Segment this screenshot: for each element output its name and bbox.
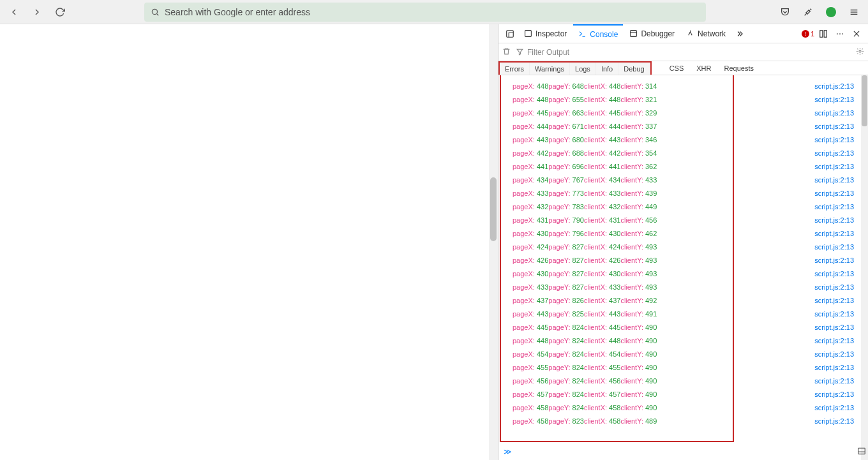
scrollbar-thumb[interactable] — [490, 177, 497, 241]
source-link[interactable]: script.js:2:13 — [814, 350, 854, 358]
source-link[interactable]: script.js:2:13 — [814, 323, 854, 331]
console-log-line: pageX: 433 pageY: 827 clientX: 433 clien… — [498, 280, 868, 293]
cat-debug[interactable]: Debug — [618, 63, 650, 75]
console-settings-icon[interactable] — [856, 47, 864, 57]
console-log-line: pageX: 441 pageY: 696 clientX: 441 clien… — [498, 160, 868, 173]
tab-inspector-label: Inspector — [535, 29, 567, 38]
svg-rect-5 — [525, 31, 532, 37]
svg-point-13 — [842, 33, 843, 34]
split-console-icon[interactable] — [855, 445, 868, 457]
tab-console[interactable]: Console — [573, 24, 623, 43]
console-log-line: pageX: 448 pageY: 648 clientX: 448 clien… — [498, 79, 868, 93]
filter-output-input[interactable]: Filter Output — [516, 48, 643, 57]
console-log-line: pageX: 443 pageY: 825 clientX: 443 clien… — [498, 307, 868, 320]
source-link[interactable]: script.js:2:13 — [814, 82, 854, 90]
inspector-icon — [524, 29, 532, 38]
console-log-line: pageX: 430 pageY: 827 clientX: 430 clien… — [498, 267, 868, 280]
source-link[interactable]: script.js:2:13 — [814, 203, 854, 211]
svg-point-12 — [839, 33, 841, 34]
devtools-icon[interactable] — [799, 3, 817, 21]
console-log-line: pageX: 448 pageY: 655 clientX: 448 clien… — [498, 93, 868, 106]
cat-errors[interactable]: Errors — [500, 63, 530, 75]
source-link[interactable]: script.js:2:13 — [814, 189, 854, 197]
page-scrollbar[interactable] — [489, 24, 498, 460]
devtools-panel: Inspector Console Debugger Network ! 1 — [498, 24, 868, 460]
cat-requests[interactable]: Requests — [718, 61, 760, 75]
address-bar-placeholder: Search with Google or enter address — [165, 7, 310, 17]
error-count-badge[interactable]: ! 1 — [802, 30, 814, 38]
source-link[interactable]: script.js:2:13 — [814, 149, 854, 157]
search-icon — [151, 8, 160, 17]
forward-button[interactable] — [28, 3, 46, 21]
console-log-line: pageX: 458 pageY: 824 clientX: 458 clien… — [498, 401, 868, 414]
svg-point-0 — [152, 9, 157, 14]
source-link[interactable]: script.js:2:13 — [814, 283, 854, 291]
console-prompt[interactable]: ≫ — [504, 447, 512, 456]
console-log-line: pageX: 432 pageY: 783 clientX: 432 clien… — [498, 200, 868, 213]
reload-button[interactable] — [51, 3, 69, 21]
console-log-line: pageX: 430 pageY: 796 clientX: 430 clien… — [498, 226, 868, 240]
tab-inspector[interactable]: Inspector — [519, 24, 572, 43]
source-link[interactable]: script.js:2:13 — [814, 404, 854, 412]
console-log-line: pageX: 443 pageY: 680 clientX: 443 clien… — [498, 133, 868, 146]
dock-mode-icon[interactable] — [816, 26, 831, 41]
source-link[interactable]: script.js:2:13 — [814, 243, 854, 251]
source-link[interactable]: script.js:2:13 — [814, 310, 854, 318]
menu-icon[interactable] — [845, 3, 863, 21]
source-link[interactable]: script.js:2:13 — [814, 364, 854, 371]
source-link[interactable]: script.js:2:13 — [814, 136, 854, 144]
source-link[interactable]: script.js:2:13 — [814, 297, 854, 304]
source-link[interactable]: script.js:2:13 — [814, 256, 854, 264]
console-category-bar: Errors Warnings Logs Info Debug CSS XHR … — [498, 61, 868, 75]
cat-warnings[interactable]: Warnings — [530, 63, 570, 75]
svg-rect-10 — [824, 30, 827, 37]
source-link[interactable]: script.js:2:13 — [814, 122, 854, 130]
cat-xhr[interactable]: XHR — [690, 61, 717, 75]
console-log-area: pageX: 448 pageY: 648 clientX: 448 clien… — [498, 75, 868, 460]
source-link[interactable]: script.js:2:13 — [814, 109, 854, 117]
console-scrollbar-thumb[interactable] — [862, 75, 867, 126]
cat-css[interactable]: CSS — [663, 61, 691, 75]
source-link[interactable]: script.js:2:13 — [814, 216, 854, 224]
tab-debugger[interactable]: Debugger — [624, 24, 680, 43]
back-button[interactable] — [5, 3, 23, 21]
profile-icon[interactable] — [822, 3, 840, 21]
iframe-picker-icon[interactable] — [502, 26, 518, 41]
console-log-line: pageX: 445 pageY: 663 clientX: 445 clien… — [498, 106, 868, 119]
pocket-icon[interactable] — [776, 3, 794, 21]
console-log-line: pageX: 437 pageY: 826 clientX: 437 clien… — [498, 293, 868, 307]
console-icon — [578, 30, 587, 38]
browser-toolbar: Search with Google or enter address — [0, 0, 868, 24]
kebab-menu-icon[interactable] — [832, 26, 848, 41]
console-log-line: pageX: 454 pageY: 824 clientX: 454 clien… — [498, 347, 868, 360]
svg-rect-17 — [858, 448, 865, 454]
console-log-line: pageX: 431 pageY: 790 clientX: 431 clien… — [498, 213, 868, 226]
address-bar[interactable]: Search with Google or enter address — [144, 3, 706, 22]
console-filterbar: Filter Output — [498, 43, 868, 61]
filter-placeholder-label: Filter Output — [527, 48, 569, 57]
source-link[interactable]: script.js:2:13 — [814, 417, 854, 425]
console-log-line: pageX: 456 pageY: 824 clientX: 456 clien… — [498, 374, 868, 387]
error-count-label: 1 — [811, 30, 814, 38]
source-link[interactable]: script.js:2:13 — [814, 377, 854, 385]
tabs-overflow-icon[interactable] — [732, 26, 747, 41]
source-link[interactable]: script.js:2:13 — [814, 163, 854, 170]
cat-logs[interactable]: Logs — [570, 63, 596, 75]
svg-point-16 — [859, 50, 861, 52]
source-link[interactable]: script.js:2:13 — [814, 176, 854, 184]
clear-console-icon[interactable] — [502, 47, 511, 57]
source-link[interactable]: script.js:2:13 — [814, 337, 854, 345]
source-link[interactable]: script.js:2:13 — [814, 230, 854, 237]
tab-console-label: Console — [590, 30, 618, 39]
svg-point-11 — [837, 33, 838, 34]
error-dot-icon: ! — [802, 30, 809, 38]
console-log-line: pageX: 434 pageY: 767 clientX: 434 clien… — [498, 173, 868, 186]
console-scrollbar[interactable] — [861, 75, 868, 460]
tab-network[interactable]: Network — [681, 24, 731, 43]
source-link[interactable]: script.js:2:13 — [814, 96, 854, 103]
source-link[interactable]: script.js:2:13 — [814, 390, 854, 398]
cat-info[interactable]: Info — [596, 63, 618, 75]
source-link[interactable]: script.js:2:13 — [814, 270, 854, 278]
console-log-line: pageX: 448 pageY: 824 clientX: 448 clien… — [498, 334, 868, 347]
close-devtools-icon[interactable] — [849, 26, 864, 41]
